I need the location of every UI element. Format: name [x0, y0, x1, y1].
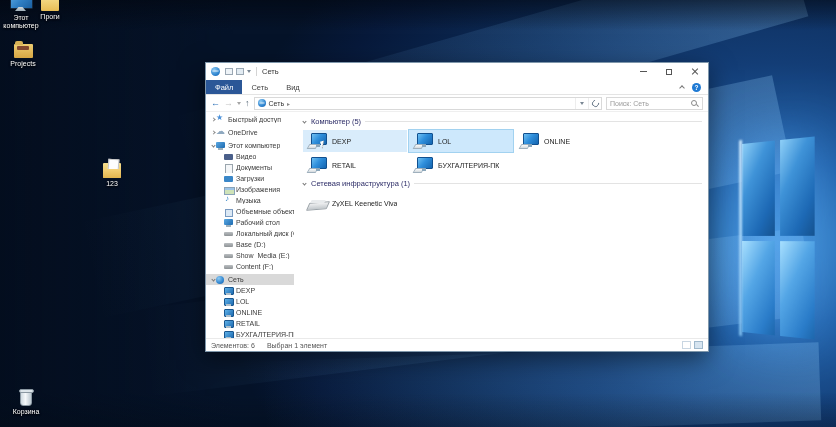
sidebar-item-17[interactable]: ONLINE — [206, 307, 294, 318]
refresh-icon[interactable] — [588, 98, 601, 109]
desktop-icon-recycle-bin[interactable]: Корзина — [2, 391, 50, 416]
tile-grid: ZyXEL Keenetic Viva — [303, 192, 702, 214]
group-header[interactable]: Компьютер (5) — [301, 116, 702, 127]
pc-icon — [224, 287, 233, 295]
item-label: DEXP — [332, 138, 351, 145]
sidebar-item-label: Этот компьютер — [228, 142, 280, 149]
files-pane: Компьютер (5)DEXPLOLONLINERETAILБУХГАЛТЕ… — [294, 112, 708, 338]
qat-properties-icon[interactable] — [225, 68, 233, 75]
help-icon[interactable]: ? — [692, 83, 701, 92]
group-divider — [414, 183, 702, 184]
search-icon[interactable] — [691, 99, 699, 107]
sidebar-item-label: Документы — [236, 164, 272, 171]
desktop-icon-folder-123[interactable]: 123 — [88, 163, 136, 188]
qat-customize-icon[interactable] — [247, 70, 251, 73]
network-item[interactable]: LOL — [409, 130, 513, 152]
network-item[interactable]: ONLINE — [515, 130, 619, 152]
sidebar-item-label: Рабочий стол — [236, 219, 280, 226]
window-controls — [630, 63, 708, 80]
video-icon — [224, 153, 233, 161]
router-icon — [306, 195, 328, 211]
address-dropdown-icon[interactable] — [575, 98, 588, 109]
sidebar-item-18[interactable]: RETAIL — [206, 318, 294, 329]
sidebar-item-2[interactable]: Этот компьютер — [206, 140, 294, 151]
sidebar-item-3[interactable]: Видео — [206, 151, 294, 162]
ribbon-tab-0[interactable]: Файл — [206, 80, 242, 94]
forward-button[interactable]: → — [224, 99, 233, 108]
recent-locations-icon[interactable] — [237, 102, 241, 105]
drive-icon — [224, 230, 233, 238]
pictures-icon — [224, 186, 233, 194]
group-header[interactable]: Сетевая инфраструктура (1) — [301, 178, 702, 189]
title-bar[interactable]: Сеть — [206, 63, 708, 80]
view-toggles — [682, 341, 703, 349]
sidebar-item-label: Content (F:) — [236, 263, 273, 270]
ribbon-tab-1[interactable]: Сеть — [242, 80, 277, 94]
pc-icon — [224, 298, 233, 306]
sidebar-item-19[interactable]: БУХГАЛТЕРИЯ-ПК — [206, 329, 294, 338]
qat-new-folder-icon[interactable] — [236, 68, 244, 75]
downloads-icon — [224, 175, 233, 183]
up-button[interactable]: ↑ — [245, 99, 250, 108]
sidebar-item-6[interactable]: Изображения — [206, 184, 294, 195]
sidebar-item-14[interactable]: Сеть — [206, 274, 294, 285]
search-input[interactable] — [610, 100, 691, 107]
breadcrumb-chevron-icon[interactable]: ▸ — [287, 100, 290, 107]
pc-icon — [224, 309, 233, 317]
desktop-icon-progi[interactable]: Проги — [26, 0, 74, 21]
sidebar-item-10[interactable]: Локальный диск (C:) — [206, 228, 294, 239]
status-selection: Выбран 1 элемент — [267, 342, 327, 349]
sidebar-item-label: Видео — [236, 153, 256, 160]
chevron-down-icon — [301, 120, 307, 123]
sidebar-item-label: DEXP — [236, 287, 255, 294]
network-item[interactable]: ZyXEL Keenetic Viva — [303, 192, 407, 214]
sidebar-item-label: Быстрый доступ — [228, 116, 281, 123]
sidebar-item-4[interactable]: Документы — [206, 162, 294, 173]
explorer-window: Сеть ФайлСетьВид ? ← → ↑ — [205, 62, 709, 352]
music-icon — [224, 197, 233, 205]
window-body: Быстрый доступOneDriveЭтот компьютерВиде… — [206, 112, 708, 338]
item-label: ZyXEL Keenetic Viva — [332, 200, 397, 207]
group-title: Компьютер (5) — [311, 117, 361, 126]
address-bar[interactable]: Сеть ▸ — [254, 97, 603, 110]
sidebar-item-16[interactable]: LOL — [206, 296, 294, 307]
sidebar-item-7[interactable]: Музыка — [206, 195, 294, 206]
sidebar-item-1[interactable]: OneDrive — [206, 127, 294, 138]
sidebar-item-0[interactable]: Быстрый доступ — [206, 114, 294, 125]
sidebar-item-label: Локальный диск (C:) — [236, 230, 294, 237]
network-item[interactable]: DEXP — [303, 130, 407, 152]
sidebar-item-5[interactable]: Загрузки — [206, 173, 294, 184]
item-label: ONLINE — [544, 138, 570, 145]
network-location-icon — [258, 99, 266, 107]
sidebar-item-12[interactable]: Show_Media (E:) — [206, 250, 294, 261]
sidebar-item-label: Show_Media (E:) — [236, 252, 290, 259]
navigation-arrows: ← → ↑ — [211, 99, 250, 108]
ribbon-tab-2[interactable]: Вид — [277, 80, 309, 94]
sidebar-item-15[interactable]: DEXP — [206, 285, 294, 296]
details-view-icon[interactable] — [682, 341, 691, 349]
sidebar-item-8[interactable]: Объемные объекты — [206, 206, 294, 217]
network-item[interactable]: БУХГАЛТЕРИЯ-ПК — [409, 154, 513, 176]
nav-pane: Быстрый доступOneDriveЭтот компьютерВиде… — [206, 112, 294, 338]
desktop-icon-projects[interactable]: Projects — [0, 40, 47, 68]
sidebar-item-9[interactable]: Рабочий стол — [206, 217, 294, 228]
maximize-button[interactable] — [656, 63, 682, 80]
sidebar-item-13[interactable]: Content (F:) — [206, 261, 294, 272]
sidebar-item-label: Изображения — [236, 186, 280, 193]
sidebar-item-label: БУХГАЛТЕРИЯ-ПК — [236, 331, 294, 338]
close-button[interactable] — [682, 63, 708, 80]
search-box[interactable] — [606, 97, 703, 110]
star-icon — [216, 116, 225, 124]
collapse-ribbon-icon[interactable] — [679, 85, 685, 91]
window-title: Сеть — [262, 67, 279, 76]
thumbnails-view-icon[interactable] — [694, 341, 703, 349]
minimize-button[interactable] — [630, 63, 656, 80]
desktop: Этот компьютерПрогиProjects123Корзина Се… — [0, 0, 836, 427]
breadcrumb[interactable]: Сеть — [269, 100, 285, 107]
sidebar-item-11[interactable]: Base (D:) — [206, 239, 294, 250]
status-items-count: Элементов: 6 — [211, 342, 255, 349]
network-item[interactable]: RETAIL — [303, 154, 407, 176]
back-button[interactable]: ← — [211, 99, 220, 108]
sidebar-item-label: Объемные объекты — [236, 208, 294, 215]
computer-icon — [412, 133, 434, 150]
